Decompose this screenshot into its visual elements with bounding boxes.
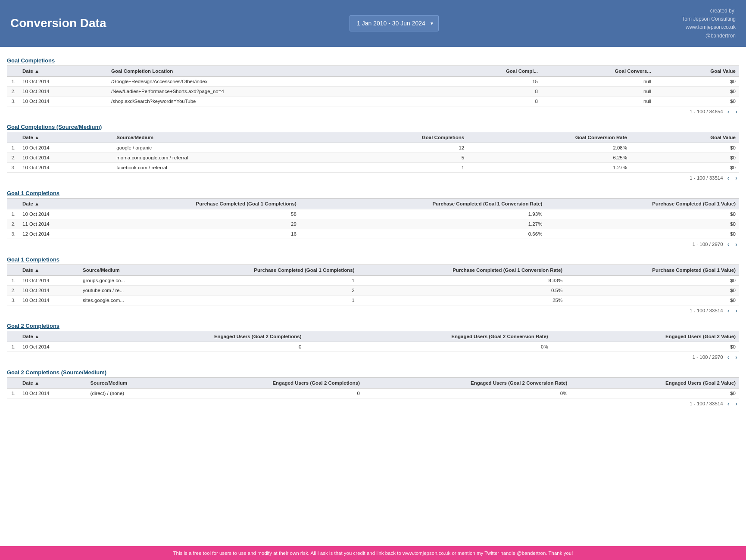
cell-r2-c2: /shop.axd/Search?keywords=YouTube	[108, 96, 421, 106]
pagination-prev-button[interactable]: ‹	[726, 307, 731, 314]
cell-r0-c1: 10 Oct 2014	[19, 76, 108, 86]
cell-r0-c0: 1.	[7, 76, 19, 86]
col-header-2: Engaged Users (Goal 2 Completions)	[95, 331, 305, 342]
cell-r1-c1: 11 Oct 2014	[19, 219, 86, 229]
cell-r0-c3: 1	[167, 275, 358, 285]
section-title-goal1-completions-source-medium[interactable]: Goal 1 Completions	[7, 256, 59, 263]
col-header-6: Goal Value	[649, 132, 739, 143]
cell-r0-c2: google / organic	[113, 143, 331, 152]
cell-r0-c1: 10 Oct 2014	[19, 143, 113, 152]
cell-r2-c0: 3.	[7, 162, 19, 172]
section-title-goal2-completions[interactable]: Goal 2 Completions	[7, 323, 59, 329]
cell-r0-c3: 12	[331, 143, 468, 152]
col-header-5	[571, 377, 584, 388]
cell-r2-c4: 0.66%	[314, 229, 546, 239]
col-header-6: Goal Value	[655, 65, 739, 76]
cell-r1-c6: $0	[578, 285, 739, 295]
date-range-selector[interactable]: 1 Jan 2010 - 30 Jun 2024	[350, 15, 439, 31]
cell-r1-c3: 5	[331, 152, 468, 162]
cell-r0-c6: $0	[655, 76, 739, 86]
table-goal-completions: Date ▲Goal Completion LocationGoal Compl…	[7, 65, 739, 106]
cell-r2-c5	[546, 229, 559, 239]
col-header-2: Goal Completion Location	[108, 65, 421, 76]
cell-r2-c1: 10 Oct 2014	[19, 162, 113, 172]
col-header-4: Purchase Completed (Goal 1 Conversion Ra…	[358, 264, 566, 275]
pagination-prev-button[interactable]: ‹	[726, 354, 731, 361]
table-row: 1.10 Oct 2014groups.google.co...18.33%$0	[7, 275, 739, 285]
cell-r0-c0: 1.	[7, 342, 19, 352]
section-title-goal2-completions-source-medium[interactable]: Goal 2 Completions (Source/Medium)	[7, 369, 106, 376]
pagination-next-button[interactable]: ›	[734, 241, 739, 248]
cell-r0-c3	[305, 342, 321, 352]
col-header-0	[7, 377, 19, 388]
cell-r0-c6: $0	[567, 342, 739, 352]
col-header-5	[631, 132, 649, 143]
table-row: 1.10 Oct 2014google / organic122.08%$0	[7, 143, 739, 152]
cell-r0-c4: 8.33%	[358, 275, 566, 285]
section-title-goal-completions-source-medium[interactable]: Goal Completions (Source/Medium)	[7, 124, 102, 130]
pagination-goal1-completions-source-medium: 1 - 100 / 33514‹›	[7, 307, 739, 314]
table-row: 3.10 Oct 2014sites.google.com...125%$0	[7, 295, 739, 305]
col-header-6: Purchase Completed (Goal 1 Value)	[578, 264, 739, 275]
cell-r0-c2: /Google+Redesign/Accessories/Other/index	[108, 76, 421, 86]
cell-r1-c3	[300, 219, 314, 229]
table-row: 1.10 Oct 201400%$0	[7, 342, 739, 352]
pagination-prev-button[interactable]: ‹	[726, 400, 731, 407]
pagination-next-button[interactable]: ›	[734, 108, 739, 115]
section-title-goal-completions[interactable]: Goal Completions	[7, 57, 55, 64]
pagination-next-button[interactable]: ›	[734, 307, 739, 314]
cell-r0-c0: 1.	[7, 275, 19, 285]
cell-r2-c2: 16	[86, 229, 300, 239]
pagination-prev-button[interactable]: ‹	[726, 108, 731, 115]
col-header-5: Goal Convers...	[541, 65, 655, 76]
pagination-prev-button[interactable]: ‹	[726, 174, 731, 181]
cell-r0-c4: 2.08%	[468, 143, 631, 152]
cell-r1-c1: 10 Oct 2014	[19, 152, 113, 162]
cell-r1-c0: 2.	[7, 152, 19, 162]
cell-r1-c2: moma.corp.google.com / referral	[113, 152, 331, 162]
cell-r2-c6: $0	[649, 162, 739, 172]
table-row: 1.10 Oct 2014/Google+Redesign/Accessorie…	[7, 76, 739, 86]
col-header-1: Date ▲	[19, 132, 113, 143]
pagination-prev-button[interactable]: ‹	[726, 241, 731, 248]
table-row: 3.10 Oct 2014/shop.axd/Search?keywords=Y…	[7, 96, 739, 106]
header-title: Conversion Data	[10, 16, 106, 30]
table-goal1-completions: Date ▲Purchase Completed (Goal 1 Complet…	[7, 198, 739, 239]
cell-r1-c0: 2.	[7, 285, 19, 295]
table-row: 2.11 Oct 2014291.27%$0	[7, 219, 739, 229]
pagination-goal-completions-source-medium: 1 - 100 / 33514‹›	[7, 174, 739, 181]
cell-r2-c0: 3.	[7, 295, 19, 305]
cell-r2-c2: facebook.com / referral	[113, 162, 331, 172]
cell-r0-c4: 1.93%	[314, 209, 546, 219]
cell-r2-c2: sites.google.com...	[79, 295, 167, 305]
cell-r2-c5	[631, 162, 649, 172]
col-header-5	[546, 198, 559, 209]
cell-r2-c5	[566, 295, 578, 305]
cell-r0-c1: 10 Oct 2014	[19, 275, 79, 285]
cell-r0-c5	[566, 275, 578, 285]
pagination-next-button[interactable]: ›	[734, 400, 739, 407]
col-header-1: Date ▲	[19, 264, 79, 275]
pagination-next-button[interactable]: ›	[734, 174, 739, 181]
col-header-6: Engaged Users (Goal 2 Value)	[567, 331, 739, 342]
cell-r0-c2: 0	[95, 342, 305, 352]
cell-r1-c6: $0	[649, 152, 739, 162]
col-header-2: Source/Medium	[79, 264, 167, 275]
cell-r1-c2: youtube.com / re...	[79, 285, 167, 295]
cell-r2-c6: $0	[655, 96, 739, 106]
cell-r2-c3: 1	[331, 162, 468, 172]
col-header-5	[566, 264, 578, 275]
cell-r1-c5	[566, 285, 578, 295]
cell-r2-c1: 10 Oct 2014	[19, 295, 79, 305]
cell-r0-c2: groups.google.co...	[79, 275, 167, 285]
col-header-3	[305, 331, 321, 342]
cell-r1-c5: null	[541, 86, 655, 96]
cell-r0-c3	[300, 209, 314, 219]
table-row: 2.10 Oct 2014/New/Ladies+Performance+Sho…	[7, 86, 739, 96]
date-range-label: 1 Jan 2010 - 30 Jun 2024	[357, 20, 425, 27]
pagination-next-button[interactable]: ›	[734, 354, 739, 361]
cell-r1-c0: 2.	[7, 219, 19, 229]
cell-r0-c0: 1.	[7, 209, 19, 219]
section-title-goal1-completions[interactable]: Goal 1 Completions	[7, 190, 59, 196]
col-header-1: Date ▲	[19, 331, 95, 342]
